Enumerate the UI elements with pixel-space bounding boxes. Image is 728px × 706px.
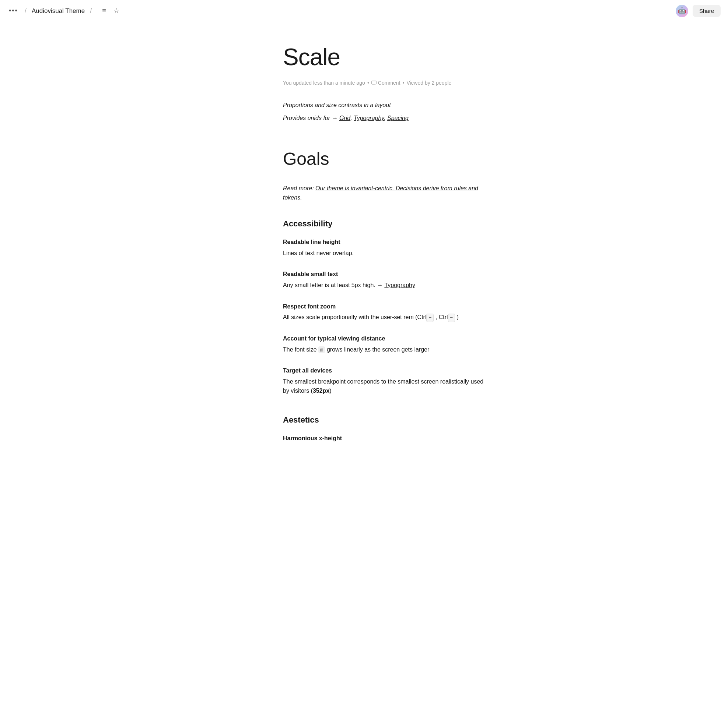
accessibility-section: Accessibility Readable line height Lines…	[283, 217, 489, 396]
meta-dot2: •	[402, 79, 404, 87]
meta-comment[interactable]: Comment	[371, 79, 400, 87]
aestetics-section: Aestetics Harmonious x-height	[283, 414, 489, 443]
subsection-body-viewing-distance: The font size m grows linearly as the sc…	[283, 345, 489, 354]
kbd-plus: +	[426, 314, 433, 322]
header-left: ••• / Audiovisual Theme / ≡ ☆	[7, 4, 676, 18]
link-spacing[interactable]: Spacing	[387, 115, 409, 121]
meta-comment-label: Comment	[378, 79, 400, 87]
subsection-body-target-devices: The smallest breakpoint corresponds to t…	[283, 377, 489, 396]
link-grid[interactable]: Grid	[339, 115, 350, 121]
main-content: Scale You updated less than a minute ago…	[224, 22, 504, 484]
inline-code-m: m	[318, 346, 325, 353]
meta-updated: You updated less than a minute ago	[283, 79, 365, 87]
avatar: 🤖	[676, 5, 688, 17]
header-right: 🤖 Share	[676, 5, 721, 17]
subsection-title-viewing-distance: Account for typical viewing distance	[283, 334, 489, 343]
page-title: Scale	[283, 44, 489, 70]
subsection-body-readable-small-text: Any small letter is at least 5px high. →…	[283, 281, 489, 290]
meta-dot1: •	[367, 79, 369, 87]
goals-section: Goals Read more: Our theme is invariant-…	[283, 145, 489, 202]
svg-rect-0	[372, 81, 376, 84]
subsection-title-readable-small-text: Readable small text	[283, 269, 489, 279]
subsection-target-devices: Target all devices The smallest breakpoi…	[283, 366, 489, 396]
subsection-viewing-distance: Account for typical viewing distance The…	[283, 334, 489, 354]
hamburger-menu-button[interactable]: ≡	[101, 6, 108, 16]
share-button[interactable]: Share	[693, 5, 721, 17]
header-toolbar-icons: ≡ ☆	[101, 5, 121, 16]
subsection-title-target-devices: Target all devices	[283, 366, 489, 375]
page-meta: You updated less than a minute ago • Com…	[283, 79, 489, 87]
link-typography[interactable]: Typography	[354, 115, 384, 121]
accessibility-heading: Accessibility	[283, 217, 489, 230]
breadcrumb-title[interactable]: Audiovisual Theme	[32, 6, 85, 16]
goals-heading: Goals	[283, 145, 489, 173]
comment-icon	[371, 81, 377, 86]
subsection-body-respect-font-zoom: All sizes scale proportionally with the …	[283, 313, 489, 322]
subsection-title-harmonious-xheight: Harmonious x-height	[283, 434, 489, 443]
kbd-minus: −	[448, 314, 455, 322]
bold-352px: 352px	[313, 388, 329, 394]
read-more-line: Read more: Our theme is invariant-centri…	[283, 184, 489, 202]
subsection-readable-small-text: Readable small text Any small letter is …	[283, 269, 489, 290]
read-more-prefix: Read more:	[283, 185, 315, 192]
header: ••• / Audiovisual Theme / ≡ ☆ 🤖 Share	[0, 0, 728, 22]
intro-text: Proportions and size contrasts in a layo…	[283, 101, 489, 110]
subsection-respect-font-zoom: Respect font zoom All sizes scale propor…	[283, 302, 489, 322]
more-options-icon[interactable]: •••	[7, 4, 20, 18]
star-button[interactable]: ☆	[112, 5, 121, 16]
aestetics-heading: Aestetics	[283, 414, 489, 426]
subsection-body-readable-line-height: Lines of text never overlap.	[283, 248, 489, 258]
breadcrumb-separator: /	[25, 6, 26, 16]
provides-line: Provides unids for → Grid, Typography, S…	[283, 113, 489, 123]
subsection-title-readable-line-height: Readable line height	[283, 238, 489, 247]
provides-prefix: Provides unids for →	[283, 115, 339, 121]
subsection-readable-line-height: Readable line height Lines of text never…	[283, 238, 489, 258]
breadcrumb-separator2: /	[90, 6, 92, 16]
meta-viewed: Viewed by 2 people	[406, 79, 451, 87]
avatar-group: 🤖	[676, 5, 688, 17]
subsection-harmonious-xheight: Harmonious x-height	[283, 434, 489, 443]
subsection-title-respect-font-zoom: Respect font zoom	[283, 302, 489, 311]
link-typography-small[interactable]: Typography	[384, 282, 415, 288]
